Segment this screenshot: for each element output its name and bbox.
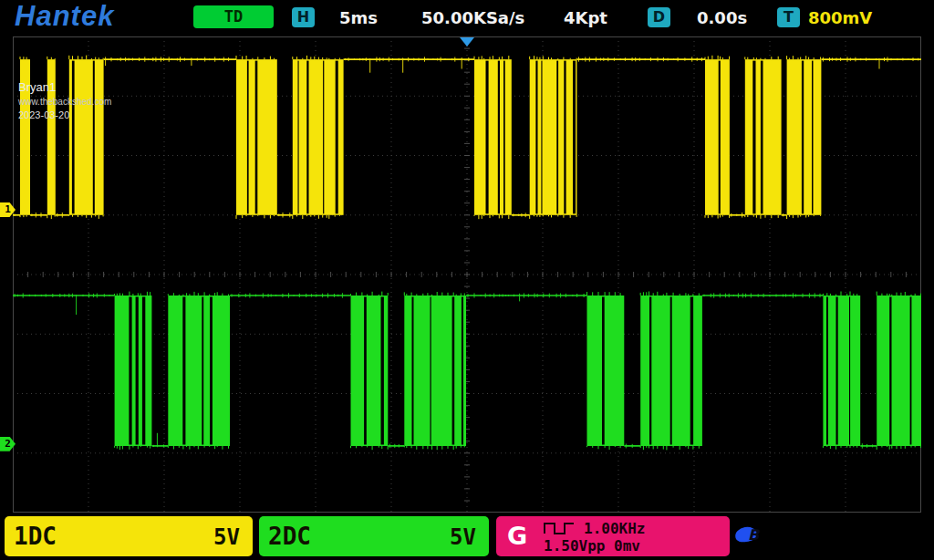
delay-icon: D <box>648 7 670 27</box>
memory-depth-readout: 4Kpt <box>564 8 607 27</box>
generator-amplitude-readout: 1.50Vpp 0mv <box>544 537 645 555</box>
ch2-scale-readout: 5V <box>450 524 476 550</box>
horizontal-menu-icon: H <box>292 7 315 27</box>
generator-readouts: 1.00KHz 1.50Vpp 0mv <box>544 519 645 555</box>
b-indicator: B <box>735 526 766 544</box>
top-status-bar: Hantek TD H 5ms 50.00KSa/s 4Kpt D 0.00s … <box>0 0 934 35</box>
ch2-settings-box[interactable]: 2DC 5V <box>259 516 489 556</box>
ch1-settings-box[interactable]: 1DC 5V <box>5 516 253 556</box>
generator-settings-box[interactable]: G 1.00KHz 1.50Vpp 0mv <box>496 516 730 556</box>
square-wave-icon <box>544 521 575 535</box>
b-letter-label: B <box>748 526 759 544</box>
trigger-status-badge: TD <box>193 5 274 28</box>
trigger-level-readout: 800mV <box>808 8 872 27</box>
generator-label: G <box>507 522 527 550</box>
generator-frequency-readout: 1.00KHz <box>584 520 645 537</box>
trigger-icon: T <box>777 7 800 27</box>
oscilloscope-screen: Hantek TD H 5ms 50.00KSa/s 4Kpt D 0.00s … <box>0 0 934 560</box>
ch2-coupling-label: 2DC <box>268 523 311 550</box>
waveform-plot <box>13 36 921 513</box>
waveform-display-area: Bryan1 www.thebackshed.com 2023-03-20 1 … <box>0 35 934 513</box>
ch1-scale-readout: 5V <box>213 524 240 550</box>
timebase-readout: 5ms <box>339 8 378 27</box>
horizontal-position-readout: 0.00s <box>697 8 747 27</box>
ch1-coupling-label: 1DC <box>14 523 57 550</box>
brand-logo: Hantek <box>15 0 114 33</box>
sample-rate-readout: 50.00KSa/s <box>421 8 524 27</box>
bottom-status-bar: 1DC 5V 2DC 5V G 1.00KHz 1.50Vpp 0mv B <box>0 513 934 560</box>
